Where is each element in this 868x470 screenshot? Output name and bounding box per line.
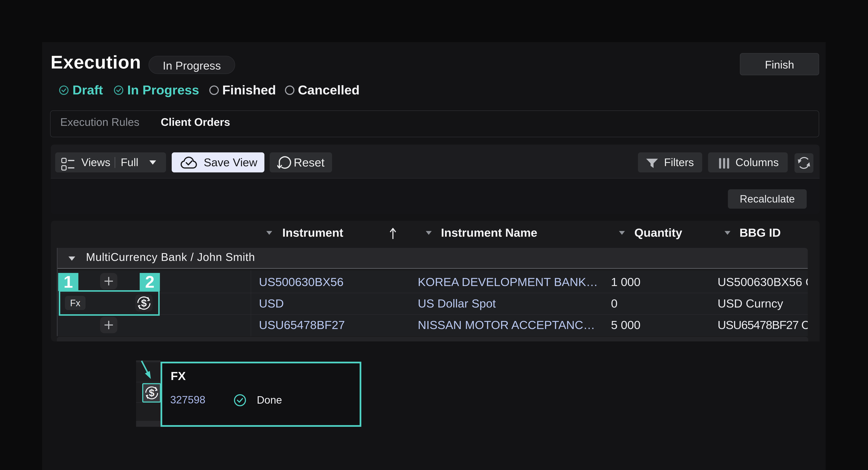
svg-text:$: $ xyxy=(149,387,154,398)
svg-text:$: $ xyxy=(141,297,147,309)
